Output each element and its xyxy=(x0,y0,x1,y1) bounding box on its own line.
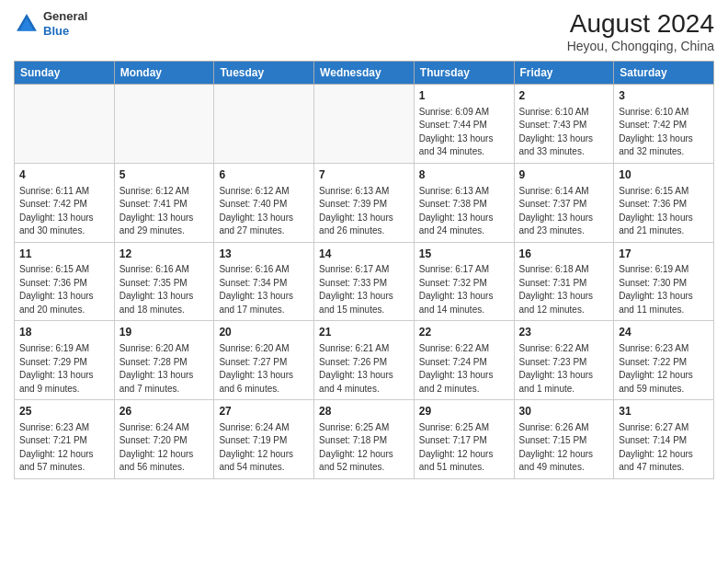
logo-general: General xyxy=(43,9,87,24)
calendar-week-4: 18Sunrise: 6:19 AM Sunset: 7:29 PM Dayli… xyxy=(15,321,714,400)
calendar-cell-w4-d4: 21Sunrise: 6:21 AM Sunset: 7:26 PM Dayli… xyxy=(314,321,415,400)
day-number: 8 xyxy=(419,167,509,183)
day-info: Sunrise: 6:24 AM Sunset: 7:20 PM Dayligh… xyxy=(119,421,210,475)
day-info: Sunrise: 6:22 AM Sunset: 7:23 PM Dayligh… xyxy=(519,342,609,396)
day-info: Sunrise: 6:20 AM Sunset: 7:27 PM Dayligh… xyxy=(219,342,309,396)
day-number: 27 xyxy=(219,404,309,419)
calendar-cell-w4-d1: 18Sunrise: 6:19 AM Sunset: 7:29 PM Dayli… xyxy=(15,321,115,400)
day-info: Sunrise: 6:27 AM Sunset: 7:14 PM Dayligh… xyxy=(619,421,709,475)
location: Heyou, Chongqing, China xyxy=(567,39,714,53)
day-info: Sunrise: 6:15 AM Sunset: 7:36 PM Dayligh… xyxy=(19,263,109,316)
month-year: August 2024 xyxy=(567,9,714,39)
day-info: Sunrise: 6:21 AM Sunset: 7:26 PM Dayligh… xyxy=(319,342,409,396)
calendar-cell-w1-d7: 3Sunrise: 6:10 AM Sunset: 7:42 PM Daylig… xyxy=(614,85,714,164)
calendar-cell-w4-d7: 24Sunrise: 6:23 AM Sunset: 7:22 PM Dayli… xyxy=(614,321,714,400)
calendar-cell-w5-d4: 28Sunrise: 6:25 AM Sunset: 7:18 PM Dayli… xyxy=(314,400,415,479)
day-number: 1 xyxy=(419,88,509,104)
calendar-cell-w4-d2: 19Sunrise: 6:20 AM Sunset: 7:28 PM Dayli… xyxy=(114,321,214,400)
day-info: Sunrise: 6:20 AM Sunset: 7:28 PM Dayligh… xyxy=(119,342,210,396)
col-wednesday: Wednesday xyxy=(314,62,415,85)
page-container: General Blue August 2024 Heyou, Chongqin… xyxy=(0,0,728,563)
calendar-cell-w2-d6: 9Sunrise: 6:14 AM Sunset: 7:37 PM Daylig… xyxy=(514,163,614,242)
day-number: 4 xyxy=(19,167,109,183)
col-thursday: Thursday xyxy=(414,62,514,85)
day-number: 26 xyxy=(119,404,210,419)
calendar-cell-w4-d6: 23Sunrise: 6:22 AM Sunset: 7:23 PM Dayli… xyxy=(514,321,614,400)
calendar-cell-w3-d4: 14Sunrise: 6:17 AM Sunset: 7:33 PM Dayli… xyxy=(314,242,415,321)
day-info: Sunrise: 6:24 AM Sunset: 7:19 PM Dayligh… xyxy=(219,421,309,475)
calendar-cell-w3-d2: 12Sunrise: 6:16 AM Sunset: 7:35 PM Dayli… xyxy=(114,242,214,321)
day-number: 7 xyxy=(319,167,409,183)
calendar-header-row: Sunday Monday Tuesday Wednesday Thursday… xyxy=(15,62,714,85)
day-info: Sunrise: 6:26 AM Sunset: 7:15 PM Dayligh… xyxy=(519,421,609,475)
calendar-cell-w2-d7: 10Sunrise: 6:15 AM Sunset: 7:36 PM Dayli… xyxy=(614,163,714,242)
day-number: 23 xyxy=(519,325,609,340)
calendar-week-1: 1Sunrise: 6:09 AM Sunset: 7:44 PM Daylig… xyxy=(15,85,714,164)
day-info: Sunrise: 6:18 AM Sunset: 7:31 PM Dayligh… xyxy=(519,263,609,316)
calendar-cell-w2-d4: 7Sunrise: 6:13 AM Sunset: 7:39 PM Daylig… xyxy=(314,163,415,242)
day-info: Sunrise: 6:13 AM Sunset: 7:39 PM Dayligh… xyxy=(319,185,409,238)
calendar-cell-w5-d1: 25Sunrise: 6:23 AM Sunset: 7:21 PM Dayli… xyxy=(15,400,115,479)
day-number: 16 xyxy=(519,247,609,262)
calendar-cell-w1-d2 xyxy=(114,85,214,164)
day-info: Sunrise: 6:23 AM Sunset: 7:22 PM Dayligh… xyxy=(619,342,709,396)
day-number: 25 xyxy=(19,404,109,419)
calendar-cell-w3-d5: 15Sunrise: 6:17 AM Sunset: 7:32 PM Dayli… xyxy=(414,242,514,321)
calendar-cell-w1-d6: 2Sunrise: 6:10 AM Sunset: 7:43 PM Daylig… xyxy=(514,85,614,164)
title-block: August 2024 Heyou, Chongqing, China xyxy=(567,9,714,53)
calendar-cell-w1-d1 xyxy=(15,85,115,164)
calendar-cell-w2-d1: 4Sunrise: 6:11 AM Sunset: 7:42 PM Daylig… xyxy=(15,163,115,242)
col-tuesday: Tuesday xyxy=(214,62,314,85)
day-info: Sunrise: 6:09 AM Sunset: 7:44 PM Dayligh… xyxy=(419,106,509,159)
calendar-week-2: 4Sunrise: 6:11 AM Sunset: 7:42 PM Daylig… xyxy=(15,163,714,242)
day-info: Sunrise: 6:23 AM Sunset: 7:21 PM Dayligh… xyxy=(19,421,109,475)
day-info: Sunrise: 6:10 AM Sunset: 7:42 PM Dayligh… xyxy=(619,106,709,159)
col-monday: Monday xyxy=(114,62,214,85)
day-number: 3 xyxy=(619,88,709,104)
day-info: Sunrise: 6:14 AM Sunset: 7:37 PM Dayligh… xyxy=(519,185,609,238)
calendar-cell-w2-d5: 8Sunrise: 6:13 AM Sunset: 7:38 PM Daylig… xyxy=(414,163,514,242)
col-friday: Friday xyxy=(514,62,614,85)
header: General Blue August 2024 Heyou, Chongqin… xyxy=(14,9,714,53)
calendar-cell-w3-d6: 16Sunrise: 6:18 AM Sunset: 7:31 PM Dayli… xyxy=(514,242,614,321)
day-number: 11 xyxy=(19,247,109,262)
calendar-cell-w1-d3 xyxy=(214,85,314,164)
day-number: 22 xyxy=(419,325,509,340)
day-number: 29 xyxy=(419,404,509,419)
calendar-cell-w5-d2: 26Sunrise: 6:24 AM Sunset: 7:20 PM Dayli… xyxy=(114,400,214,479)
day-info: Sunrise: 6:13 AM Sunset: 7:38 PM Dayligh… xyxy=(419,185,509,238)
col-saturday: Saturday xyxy=(614,62,714,85)
calendar-cell-w4-d3: 20Sunrise: 6:20 AM Sunset: 7:27 PM Dayli… xyxy=(214,321,314,400)
day-number: 14 xyxy=(319,247,409,262)
calendar-cell-w1-d4 xyxy=(314,85,415,164)
day-number: 6 xyxy=(219,167,309,183)
logo-blue: Blue xyxy=(43,24,87,39)
col-sunday: Sunday xyxy=(15,62,115,85)
day-info: Sunrise: 6:17 AM Sunset: 7:32 PM Dayligh… xyxy=(419,263,509,316)
calendar-cell-w5-d5: 29Sunrise: 6:25 AM Sunset: 7:17 PM Dayli… xyxy=(414,400,514,479)
calendar-cell-w3-d1: 11Sunrise: 6:15 AM Sunset: 7:36 PM Dayli… xyxy=(15,242,115,321)
calendar-week-5: 25Sunrise: 6:23 AM Sunset: 7:21 PM Dayli… xyxy=(15,400,714,479)
calendar-cell-w3-d3: 13Sunrise: 6:16 AM Sunset: 7:34 PM Dayli… xyxy=(214,242,314,321)
day-info: Sunrise: 6:16 AM Sunset: 7:35 PM Dayligh… xyxy=(119,263,210,316)
calendar-cell-w2-d3: 6Sunrise: 6:12 AM Sunset: 7:40 PM Daylig… xyxy=(214,163,314,242)
day-number: 21 xyxy=(319,325,409,340)
day-number: 15 xyxy=(419,247,509,262)
day-number: 31 xyxy=(619,404,709,419)
day-info: Sunrise: 6:16 AM Sunset: 7:34 PM Dayligh… xyxy=(219,263,309,316)
day-number: 17 xyxy=(619,247,709,262)
day-number: 30 xyxy=(519,404,609,419)
calendar-cell-w2-d2: 5Sunrise: 6:12 AM Sunset: 7:41 PM Daylig… xyxy=(114,163,214,242)
day-number: 12 xyxy=(119,247,210,262)
calendar-cell-w4-d5: 22Sunrise: 6:22 AM Sunset: 7:24 PM Dayli… xyxy=(414,321,514,400)
day-info: Sunrise: 6:22 AM Sunset: 7:24 PM Dayligh… xyxy=(419,342,509,396)
day-number: 28 xyxy=(319,404,409,419)
day-info: Sunrise: 6:25 AM Sunset: 7:17 PM Dayligh… xyxy=(419,421,509,475)
day-info: Sunrise: 6:15 AM Sunset: 7:36 PM Dayligh… xyxy=(619,185,709,238)
calendar-cell-w5-d7: 31Sunrise: 6:27 AM Sunset: 7:14 PM Dayli… xyxy=(614,400,714,479)
day-info: Sunrise: 6:12 AM Sunset: 7:41 PM Dayligh… xyxy=(119,185,210,238)
calendar-cell-w1-d5: 1Sunrise: 6:09 AM Sunset: 7:44 PM Daylig… xyxy=(414,85,514,164)
day-info: Sunrise: 6:19 AM Sunset: 7:29 PM Dayligh… xyxy=(19,342,109,396)
day-info: Sunrise: 6:25 AM Sunset: 7:18 PM Dayligh… xyxy=(319,421,409,475)
calendar-cell-w5-d6: 30Sunrise: 6:26 AM Sunset: 7:15 PM Dayli… xyxy=(514,400,614,479)
